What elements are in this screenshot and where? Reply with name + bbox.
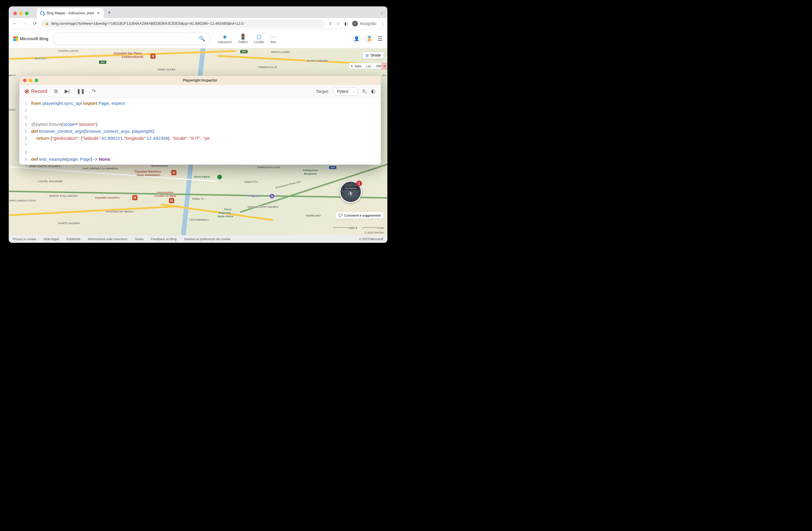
layers-icon: ▦ [365,53,369,57]
map-search-box[interactable]: 🔍 [53,33,210,45]
park-icon: 🌲 [217,175,222,179]
breadcrumb[interactable]: ▸ Italia · Laz. · RM [349,63,384,69]
target-value: Pytest [337,89,349,94]
map-label: GREGNA SANT'ANDREA [248,206,279,208]
map-label: Parco [224,208,232,211]
map-label: Associazione [157,191,174,194]
map-label: 'APILI LINGUA D'OCA [9,199,36,202]
map-layer-chip[interactable]: ▦ Strade [362,52,384,59]
minimize-window-button[interactable] [19,12,23,15]
chevron-down-icon: ⌄ [352,90,355,93]
panel-icon[interactable]: ◧ [344,21,348,26]
url-text: bing.com/maps?toWww=1&redig=716D161F1105… [51,21,244,26]
step-over-icon[interactable]: ↷ [92,88,96,94]
code-editor[interactable]: 1 2 3 4 5 6 7 8 9 from playwright.sync_a… [19,98,381,164]
tab-title: Bing Mappe - Indicazioni, piani [47,11,95,15]
hamburger-menu-icon[interactable]: ☰ [377,35,383,42]
kebab-menu-icon[interactable]: ⋮ [380,21,385,26]
map-label: Appia Antica [217,215,233,218]
map-label: VIGNA CLARA [157,68,175,71]
map-label: stel di [9,74,15,77]
nav-directions[interactable]: ◈ Indicazioni [218,33,232,44]
toolbar-right: ⇪ ☆ ◧ 👓 Incognito ⋮ [329,21,385,27]
nav-label: Indicazioni [218,41,232,44]
close-tab-icon[interactable]: ✕ [97,11,100,15]
map-label: Cavalieri Di Malta [154,194,176,197]
map-label: PRATO LAURO [271,51,290,54]
incognito-label: Incognito [360,21,376,26]
nav-more[interactable]: ⋯ Altro [271,33,277,44]
notification-badge: 1 [356,180,362,186]
plane-icon: ✈ [347,189,354,198]
line-number: 1 [19,100,27,107]
map-label: Ospedale Israelitico [95,196,120,199]
signin-button[interactable]: 👤 [352,34,361,43]
pause-icon[interactable]: ❚❚ [77,88,85,94]
line-number: 3 [19,114,27,121]
share-icon[interactable]: ⇪ [329,21,332,26]
nav-traffic[interactable]: 🚦 Traffico [238,33,248,44]
hospital-icon: H [169,198,174,203]
road-shield: A90 [240,50,248,53]
search-icon[interactable]: 🔍 [199,35,205,42]
locate-me-button[interactable]: ⊕ [381,63,387,69]
back-button[interactable]: ← [12,21,18,26]
forward-button[interactable]: → [21,21,28,26]
footer-link[interactable]: Feedback su Bing [151,237,176,241]
map-label: Diramazione Roma Sud [275,180,301,189]
new-tab-button[interactable]: + [104,10,115,18]
road-shield: SS6 [329,166,336,169]
incognito-icon: 👓 [352,21,358,27]
footer-link[interactable]: Guida [135,237,143,241]
rewards-button[interactable]: 🏅 [365,34,374,43]
browser-tab[interactable]: Bing Mappe - Indicazioni, piani ✕ [37,8,104,18]
footer: Privacy e cookie Note legali Pubblicità … [9,235,387,243]
bing-logo[interactable]: Microsoft Bing [13,36,48,41]
copy-icon[interactable]: ⧉ [54,89,58,94]
play-icon[interactable]: ▶| [65,88,70,94]
inspector-titlebar: Playwright Inspector [19,76,381,85]
footer-link[interactable]: Pubblicità [67,237,81,241]
footer-link[interactable]: Gestisci le preferenze dei cookie [184,237,230,241]
tabs-chevron-icon[interactable]: ⌄ [380,11,383,15]
target-select[interactable]: Pytest ⌄ [333,87,358,95]
header-right: 👤 🏅 ☰ [352,34,383,43]
city-flyover-widget[interactable]: 1 City Flyover ✈ [339,181,362,203]
close-window-button[interactable] [13,12,17,15]
map-label: SAN LORENZO DA BRINDISI [82,167,118,170]
nav-local[interactable]: ▢ Località [254,33,264,44]
footer-link[interactable]: Privacy e cookie [13,237,36,241]
address-bar[interactable]: 🔒 bing.com/maps?toWww=1&redig=716D161F11… [41,19,325,28]
map-label: PONTE GALERIA [58,222,80,225]
playwright-inspector-window: Playwright Inspector Record ⧉ ▶| ❚❚ ↷ Ta… [19,76,381,165]
layer-label: Strade [371,53,381,57]
map-label: MONTE STALLONARO [49,194,78,197]
map-nav: ◈ Indicazioni 🚦 Traffico ▢ Località ⋯ Al… [218,33,276,44]
maximize-window-button[interactable] [25,12,29,15]
footer-link[interactable]: Informazioni sulle inserzioni [88,237,127,241]
map-label: BA [382,74,386,77]
line-number: 9 [19,156,27,163]
map-label: CECCHIGNOLA [189,218,209,221]
crumb: Italia [355,64,361,68]
reload-button[interactable]: ⟳ [31,21,38,26]
list-icon[interactable]: ≣x [362,88,367,94]
map-label: Regionale [218,211,231,214]
bookmark-icon[interactable]: ☆ [336,21,340,26]
map-label: Ospedale Bambino [134,170,161,173]
footer-link[interactable]: Note legali [44,237,59,241]
search-input[interactable] [58,36,199,41]
feedback-button[interactable]: 💬 Commenti e suggerimenti [335,212,384,219]
directions-icon: ◈ [223,33,227,40]
map-label: CASTELLUCCIA [58,49,78,53]
map-label: Ospedale San Pietro [114,52,142,55]
record-button[interactable]: Record [25,89,47,94]
crosshair-icon: ⊕ [383,64,386,68]
chat-icon: 💬 [338,213,343,217]
theme-toggle-icon[interactable]: ◐ [371,88,375,94]
map-label: CINECITTÀ [244,180,258,183]
tab-bar: Bing Mappe - Indicazioni, piani ✕ + ⌄ [9,6,387,18]
line-number: 6 [19,135,27,142]
map-label: Gesù Ambulatori [137,174,160,177]
incognito-chip[interactable]: 👓 Incognito [352,21,376,27]
